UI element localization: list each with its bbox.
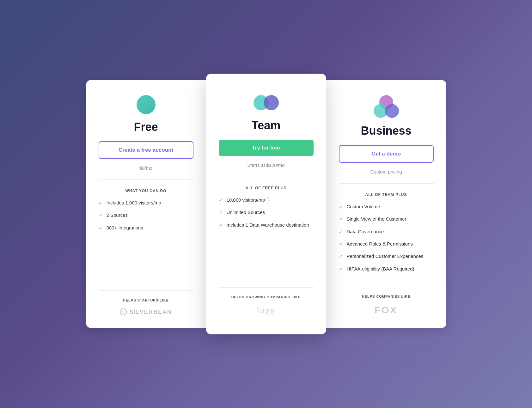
business-helps-label: HELPS COMPANIES LIKE	[339, 295, 434, 298]
team-bottom: HELPS GROWING COMPANIES LIKE lugg	[219, 278, 314, 315]
business-price: Custom pricing	[339, 169, 434, 174]
check-icon: ✓	[339, 204, 343, 210]
check-icon: ✓	[219, 197, 223, 204]
free-section-label: WHAT YOU CAN DO	[99, 189, 193, 193]
check-icon: ✓	[339, 228, 343, 235]
free-cta-button[interactable]: Create a free account	[99, 141, 193, 159]
list-item: ✓ Personalized Customer Experiences	[339, 253, 434, 260]
list-item: ✓ Unlimited Sources	[219, 209, 314, 216]
silverbean-circle-icon: ©	[120, 308, 127, 315]
check-icon: ✓	[339, 253, 343, 260]
list-item: ✓ Advanced Roles & Permissions	[339, 241, 434, 248]
check-icon: ✓	[99, 200, 103, 207]
plan-free: Free Create a free account $0/mo WHAT YO…	[86, 80, 206, 328]
team-features: ✓ 10,000 visitors/mo ⓘ ✓ Unlimited Sourc…	[219, 197, 314, 278]
list-item: ✓ 10,000 visitors/mo ⓘ	[219, 197, 314, 204]
info-icon[interactable]: ⓘ	[266, 197, 270, 202]
team-title: Team	[219, 119, 314, 132]
list-item: ✓ Data Governance	[339, 228, 434, 235]
list-item: ✓ Single View of the Customer	[339, 216, 434, 223]
business-title: Business	[339, 124, 434, 137]
plan-business: Business Get a demo Custom pricing ALL O…	[326, 80, 446, 328]
free-icon	[99, 95, 193, 114]
free-bottom: HELPS STARTUPS LIKE © SILVERBEAN	[99, 282, 193, 315]
team-helps-label: HELPS GROWING COMPANIES LIKE	[219, 295, 314, 299]
silverbean-text: SILVERBEAN	[129, 309, 172, 315]
business-features: ✓ Custom Volume ✓ Single View of the Cus…	[339, 203, 434, 278]
list-item: ✓ Includes 1,000 visitors/mo	[99, 199, 193, 207]
business-section-label: ALL OF TEAM PLUS	[339, 192, 434, 197]
silverbean-logo: © SILVERBEAN	[99, 308, 193, 315]
team-icon	[219, 95, 314, 113]
list-item: ✓ HIPAA-eligibility (BAA Required)	[339, 265, 434, 273]
free-features: ✓ Includes 1,000 visitors/mo ✓ 2 Sources…	[99, 199, 193, 282]
fox-logo: FOX	[339, 305, 434, 315]
pricing-container: Free Create a free account $0/mo WHAT YO…	[76, 80, 456, 328]
business-bottom: HELPS COMPANIES LIKE FOX	[339, 278, 434, 315]
plan-team: Team Try for free Starts at $120/mo ALL …	[206, 74, 326, 334]
list-item: ✓ 300+ Integrations	[99, 224, 193, 232]
check-icon: ✓	[99, 225, 103, 232]
team-section-label: ALL OF FREE PLUS	[219, 186, 314, 190]
business-icon	[339, 95, 434, 118]
check-icon: ✓	[219, 209, 223, 216]
check-icon: ✓	[99, 212, 103, 219]
list-item: ✓ 2 Sources	[99, 212, 193, 219]
free-price: $0/mo	[99, 165, 193, 171]
list-item: ✓ Includes 1 Data Warehouse destination	[219, 222, 314, 229]
check-icon: ✓	[339, 266, 343, 273]
list-item: ✓ Custom Volume	[339, 203, 434, 210]
free-title: Free	[99, 120, 193, 134]
check-icon: ✓	[219, 222, 223, 229]
team-cta-button[interactable]: Try for free	[219, 140, 314, 156]
check-icon: ✓	[339, 241, 343, 248]
free-helps-label: HELPS STARTUPS LIKE	[99, 298, 193, 302]
team-price: Starts at $120/mo	[219, 162, 314, 168]
business-cta-button[interactable]: Get a demo	[339, 145, 434, 163]
lugg-logo: lugg	[219, 305, 314, 315]
check-icon: ✓	[339, 216, 343, 223]
